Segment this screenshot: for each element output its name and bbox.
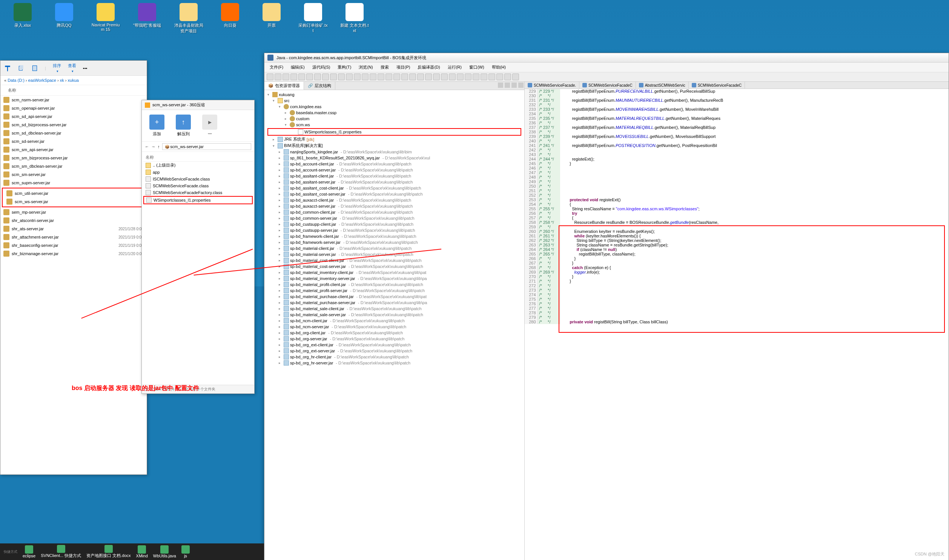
tree-jar[interactable]: ▸sp-bd_assitant_cost-client.jar - D:\eas… bbox=[266, 185, 523, 191]
tree-jar[interactable]: ▸sp-bd_material_inventory-server.jar - D… bbox=[266, 275, 523, 282]
column-header-name[interactable]: 名称 bbox=[0, 85, 147, 96]
code-line[interactable]: 265/* 265 */ registBill(billType, classN… bbox=[525, 252, 949, 256]
code-editor[interactable]: 229/* 229 */ registBill(BillTypeEnum.PUR… bbox=[525, 89, 949, 560]
tree-jar[interactable]: ▸sp-bd_org_hr-client.jar - D:\easWorkSpa… bbox=[266, 354, 523, 360]
taskbar-item[interactable]: XMind bbox=[134, 545, 150, 558]
tree-jar[interactable]: ▸sp-bd_assitant_cost-server.jar - D:\eas… bbox=[266, 191, 523, 197]
sort-dropdown[interactable]: 排序 bbox=[53, 63, 61, 73]
code-line[interactable]: 237/* 237 */ registBill(BillTypeEnum.MAT… bbox=[525, 125, 949, 130]
code-line[interactable]: 264/* 264 */ if (className != null) bbox=[525, 247, 949, 252]
code-line[interactable]: 275/* */ bbox=[525, 297, 949, 302]
toolbar-button[interactable] bbox=[457, 74, 464, 80]
toolbar-button[interactable] bbox=[354, 74, 361, 80]
code-line[interactable]: 239/* 239 */ registBill(BillTypeEnum.MOV… bbox=[525, 134, 949, 139]
code-line[interactable]: 267/* */ } bbox=[525, 261, 949, 265]
editor-tab[interactable]: SCMWebServiceFacade. bbox=[525, 82, 579, 89]
menu-item[interactable]: 运行(R) bbox=[445, 64, 465, 71]
tree-jar[interactable]: ▸sp-bd_material-client.jar - D:\easWorkS… bbox=[266, 245, 523, 251]
code-line[interactable]: 233/* 233 */ registBill(BillTypeEnum.MOV… bbox=[525, 107, 949, 112]
tree-jar[interactable]: ▸sp-bd_material_sale-client.jar - D:\eas… bbox=[266, 306, 523, 312]
toolbar-button[interactable] bbox=[298, 74, 305, 80]
code-line[interactable]: 255/* 255 */ String resClassName = "com.… bbox=[525, 206, 949, 211]
tree-jar[interactable]: ▸sp-bd_org_ext-server.jar - D:\easWorkSp… bbox=[266, 348, 523, 354]
tab-package-explorer[interactable]: 📦 包资源管理器 bbox=[264, 82, 304, 90]
tree-jar[interactable]: ▸sp-bd_custsupp-client.jar - D:\easWorkS… bbox=[266, 221, 523, 227]
file-row[interactable]: scm_sm_api-server.jar bbox=[0, 145, 147, 154]
code-line[interactable]: 232/* */ bbox=[525, 103, 949, 107]
view-dropdown[interactable]: 查看 bbox=[68, 63, 76, 73]
toolbar-button[interactable] bbox=[330, 74, 337, 80]
code-line[interactable]: 278/* */ bbox=[525, 311, 949, 315]
add-button[interactable]: +添加 bbox=[150, 115, 164, 137]
tree-jar[interactable]: ▸sp-bd_material_purchase-server.jar - D:… bbox=[266, 300, 523, 306]
editor-tab[interactable]: SCMWebServiceFacadeC bbox=[689, 82, 745, 89]
tree-jar[interactable]: ▸sp-bd_framework-server.jar - D:\easWork… bbox=[266, 239, 523, 245]
tree-jar[interactable]: ▸sp-bd_material_inventory-client.jar - D… bbox=[266, 269, 523, 275]
code-line[interactable]: 250/* */ bbox=[525, 184, 949, 188]
extract-button[interactable]: ↑解压到 bbox=[176, 115, 191, 137]
tree-jar[interactable]: ▸sp-bd_material_profit-client.jar - D:\e… bbox=[266, 282, 523, 288]
menu-item[interactable]: 浏览(N) bbox=[356, 64, 376, 71]
taskbar-item[interactable]: WbUtils.java bbox=[151, 545, 178, 558]
code-line[interactable]: 276/* */ bbox=[525, 302, 949, 306]
minimize-icon[interactable] bbox=[518, 83, 523, 88]
toolbar-button[interactable] bbox=[425, 74, 432, 80]
tree-jar[interactable]: ▸sp-bd_material_cost-server.jar - D:\eas… bbox=[266, 263, 523, 269]
toolbar-button[interactable] bbox=[275, 74, 281, 80]
desktop-icon[interactable]: 新建 文本文档.txt bbox=[339, 3, 370, 34]
tree-jar[interactable]: ▸sp-bd_org_hr-server.jar - D:\easWorkSpa… bbox=[266, 360, 523, 366]
toolbar-button[interactable] bbox=[480, 74, 487, 80]
code-line[interactable]: 249/* */ bbox=[525, 179, 949, 184]
tree-package[interactable]: ▾scm.ws bbox=[266, 122, 523, 128]
code-line[interactable]: 247/* */ bbox=[525, 170, 949, 175]
code-line[interactable]: 253/* */ protected void registeExt() bbox=[525, 197, 949, 202]
code-line[interactable]: 230/* */ bbox=[525, 94, 949, 98]
zip-col-name[interactable]: 名称 bbox=[144, 153, 253, 162]
tree-library[interactable]: ▾BIM系统库[解决方案] bbox=[266, 142, 523, 149]
menu-item[interactable]: 反编译器(D) bbox=[415, 64, 443, 71]
tab-hierarchy[interactable]: 🔗 层次结构 bbox=[304, 82, 335, 90]
code-line[interactable]: 257/* */ { bbox=[525, 215, 949, 220]
menu-item[interactable]: 编辑(E) bbox=[288, 64, 308, 71]
toolbar-button[interactable] bbox=[441, 74, 448, 80]
zip-entry[interactable]: .. (上级目录) bbox=[144, 162, 253, 169]
zip-path[interactable]: 📦 scm_ws-server.jar bbox=[162, 143, 252, 150]
code-line[interactable]: 261/* 261 */ while (keyIter.hasMoreEleme… bbox=[525, 234, 949, 238]
file-row[interactable]: scm_sm_bizprocess-server.jar bbox=[0, 154, 147, 162]
more-button[interactable]: ••• bbox=[83, 66, 88, 71]
toolbar-button[interactable] bbox=[488, 74, 495, 80]
tree-library[interactable]: ▸JRE 系统库 [jdk] bbox=[266, 136, 523, 142]
back-icon[interactable]: ← bbox=[145, 144, 149, 149]
menu-item[interactable]: 源代码(S) bbox=[309, 64, 333, 71]
toolbar-button[interactable] bbox=[322, 74, 329, 80]
tree-jar[interactable]: ▸sp-bd_org_ext-client.jar - D:\easWorkSp… bbox=[266, 342, 523, 348]
taskbar-item[interactable]: js bbox=[179, 545, 192, 558]
code-line[interactable]: 269/* 269 */ logger.info(e); bbox=[525, 270, 949, 274]
file-row[interactable]: scm_sm_dbclean-server.jar bbox=[0, 162, 147, 170]
toolbar-button[interactable] bbox=[473, 74, 479, 80]
desktop-icon[interactable]: 录入.xlsx bbox=[8, 3, 38, 34]
toolbar-button[interactable] bbox=[393, 74, 400, 80]
file-row[interactable]: shr_baseconfig-server.jar 2021/1/19 0:00 bbox=[0, 241, 147, 249]
tree-jar[interactable]: ▸sp-bd_auxacct-server.jar - D:\easWorkSp… bbox=[266, 203, 523, 209]
code-line[interactable]: 252/* */ bbox=[525, 193, 949, 197]
toolbar-button[interactable] bbox=[267, 74, 273, 80]
desktop-icon[interactable]: Navicat Premium 15 bbox=[91, 3, 121, 34]
tree-jar[interactable]: ▸sp-bd_custsupp-server.jar - D:\easWorkS… bbox=[266, 227, 523, 233]
code-line[interactable]: 251/* */ bbox=[525, 188, 949, 193]
menu-item[interactable]: 窗口(W) bbox=[466, 64, 487, 71]
code-line[interactable]: 273/* */ bbox=[525, 288, 949, 292]
zip-entry[interactable]: SCMWebServiceFacadeFactory.class bbox=[144, 189, 253, 196]
file-row[interactable]: scm_sd_api-server.jar bbox=[0, 112, 147, 121]
eclipse-titlebar[interactable]: Java - com.kingdee.eas.scm.ws.app.import… bbox=[264, 53, 949, 63]
tree-folder[interactable]: ▾src bbox=[266, 98, 523, 104]
code-line[interactable]: 266/* */ } bbox=[525, 256, 949, 261]
file-row[interactable]: sem_mp-server.jar bbox=[0, 208, 147, 216]
menu-item[interactable]: 文件(F) bbox=[267, 64, 286, 71]
toolbar-button[interactable] bbox=[290, 74, 297, 80]
code-line[interactable]: 248/* */ bbox=[525, 175, 949, 179]
zip-entry[interactable]: app bbox=[144, 169, 253, 175]
code-line[interactable]: 238/* */ bbox=[525, 130, 949, 134]
collapse-icon[interactable] bbox=[511, 83, 517, 88]
file-row[interactable]: scm_sm-server.jar bbox=[0, 170, 147, 178]
